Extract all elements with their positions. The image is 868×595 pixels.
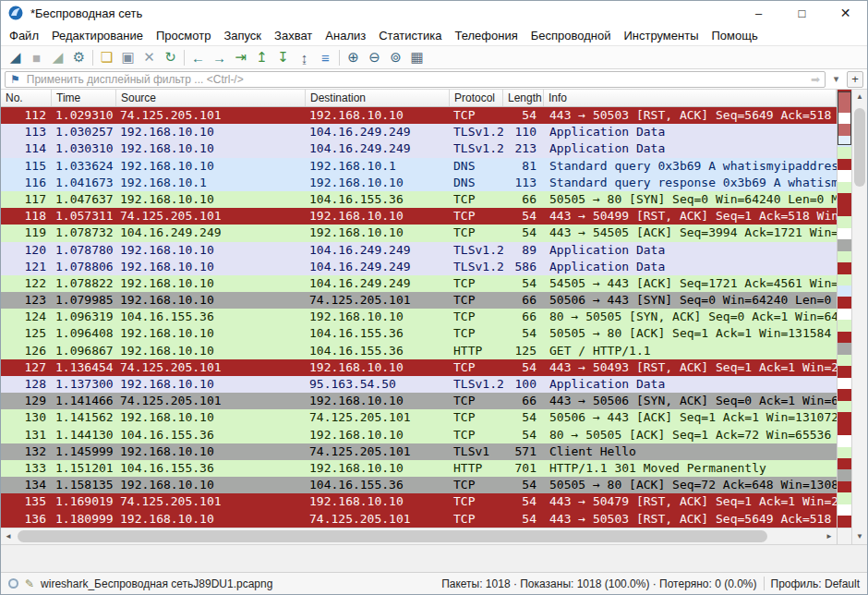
capture-filename: wireshark_Беспроводная сетьJ89DU1.pcapng <box>41 577 272 590</box>
packet-row-126[interactable]: 1261.096867192.168.10.10104.16.155.36HTT… <box>1 343 837 359</box>
menu-инструменты[interactable]: Инструменты <box>617 29 705 42</box>
menu-анализ[interactable]: Анализ <box>319 29 372 42</box>
packet-row-115[interactable]: 1151.033624192.168.10.10192.168.10.1DNS8… <box>1 158 837 175</box>
auto-scroll-icon[interactable]: ↨ <box>294 47 315 67</box>
column-header-destination[interactable]: Destination <box>306 90 450 106</box>
cell-src: 104.16.155.36 <box>116 460 306 477</box>
packet-row-127[interactable]: 1271.13645474.125.205.101192.168.10.10TC… <box>1 359 837 376</box>
cell-time: 1.041673 <box>52 175 116 191</box>
packet-row-120[interactable]: 1201.078780192.168.10.10104.16.249.249TL… <box>1 242 837 259</box>
packet-row-128[interactable]: 1281.137300192.168.10.1095.163.54.50TLSv… <box>1 376 837 393</box>
cell-dst: 104.16.155.36 <box>306 343 450 359</box>
zoom-in-icon[interactable]: ⊕ <box>343 47 364 67</box>
intelligent-scrollbar-minimap[interactable] <box>837 90 851 544</box>
packet-row-129[interactable]: 1291.14146674.125.205.101192.168.10.10TC… <box>1 393 837 409</box>
menu-просмотр[interactable]: Просмотр <box>150 29 217 42</box>
cell-no: 122 <box>1 275 52 292</box>
capture-options-icon[interactable]: ⚙ <box>68 47 90 67</box>
colorize-packets-icon[interactable]: ≡ <box>315 47 336 67</box>
apply-filter-icon[interactable]: ➡ <box>811 73 820 86</box>
profile-indicator[interactable]: Профиль: Default <box>771 577 861 590</box>
packet-row-123[interactable]: 1231.079985192.168.10.1074.125.205.101TC… <box>1 292 837 309</box>
packet-row-117[interactable]: 1171.047637192.168.10.10104.16.155.36TCP… <box>1 191 837 208</box>
scroll-right-icon[interactable]: ► <box>822 532 837 540</box>
minimap-stripe <box>838 469 851 480</box>
filter-bookmark-icon[interactable]: ⚑ <box>10 74 20 85</box>
cell-src: 192.168.10.10 <box>116 259 306 275</box>
capture-file-properties-icon[interactable]: ✎ <box>25 577 34 590</box>
scroll-down-icon[interactable]: ▼ <box>852 529 867 544</box>
minimap-stripe <box>838 389 851 400</box>
packet-row-114[interactable]: 1141.030310192.168.10.10104.16.249.249TL… <box>1 140 837 157</box>
menu-телефония[interactable]: Телефония <box>448 29 524 42</box>
packet-row-136[interactable]: 1361.180999192.168.10.1074.125.205.101TC… <box>1 511 837 528</box>
packet-row-116[interactable]: 1161.041673192.168.10.1192.168.10.10DNS1… <box>1 175 837 191</box>
minimap-stripe <box>838 355 851 366</box>
menu-захват[interactable]: Захват <box>268 29 319 42</box>
filter-history-dropdown-icon[interactable]: ▾ <box>829 73 843 85</box>
horizontal-scrollbar[interactable]: ◄ ► <box>1 528 837 544</box>
zoom-original-icon[interactable]: ⊚ <box>385 47 406 67</box>
column-header-protocol[interactable]: Protocol <box>450 90 503 106</box>
packet-row-122[interactable]: 1221.078822192.168.10.10104.16.249.249TC… <box>1 275 837 292</box>
go-to-packet-icon[interactable]: ⇥ <box>230 47 251 67</box>
column-header-length[interactable]: Length <box>503 90 544 106</box>
go-first-packet-icon[interactable]: ↥ <box>251 47 272 67</box>
close-button[interactable]: ✕ <box>824 1 867 25</box>
resize-columns-icon[interactable]: ▦ <box>406 47 428 67</box>
column-header-no[interactable]: No. <box>1 90 52 106</box>
menu-беспроводной[interactable]: Беспроводной <box>524 29 618 42</box>
horizontal-scroll-thumb[interactable] <box>18 530 767 542</box>
save-file-icon[interactable]: ▣ <box>117 47 139 67</box>
display-filter-input[interactable] <box>25 72 806 87</box>
minimap-viewport-indicator[interactable] <box>838 91 851 145</box>
cell-proto: TCP <box>450 292 503 309</box>
packet-row-124[interactable]: 1241.096319104.16.155.36192.168.10.10TCP… <box>1 309 837 325</box>
reload-file-icon[interactable]: ↻ <box>160 47 181 67</box>
open-file-icon[interactable]: ❏ <box>96 47 117 67</box>
menu-помощь[interactable]: Помощь <box>705 29 765 42</box>
packet-row-112[interactable]: 1121.02931074.125.205.101192.168.10.10TC… <box>1 107 837 124</box>
restart-capture-icon[interactable]: ◢ <box>47 47 68 67</box>
menu-редактирование[interactable]: Редактирование <box>45 29 150 42</box>
packet-row-134[interactable]: 1341.158135192.168.10.10104.16.155.36TCP… <box>1 477 837 493</box>
minimap-stripe <box>838 285 851 297</box>
packet-row-119[interactable]: 1191.078732104.16.249.249192.168.10.10TC… <box>1 225 837 241</box>
go-back-icon[interactable]: ← <box>187 47 209 67</box>
menu-файл[interactable]: Файл <box>3 29 45 42</box>
go-forward-icon[interactable]: → <box>209 47 230 67</box>
scroll-left-icon[interactable]: ◄ <box>1 532 16 540</box>
horizontal-scroll-track[interactable] <box>16 528 822 544</box>
vertical-scroll-thumb[interactable] <box>854 108 865 187</box>
menu-статистика[interactable]: Статистика <box>372 29 448 42</box>
column-header-source[interactable]: Source <box>116 90 306 106</box>
packet-row-131[interactable]: 1311.144130104.16.155.36192.168.10.10TCP… <box>1 427 837 443</box>
add-filter-button[interactable]: + <box>847 71 863 88</box>
packet-row-130[interactable]: 1301.141562192.168.10.1074.125.205.101TC… <box>1 409 837 426</box>
cell-dst: 192.168.10.10 <box>306 107 450 124</box>
column-header-info[interactable]: Info <box>544 90 837 106</box>
packet-row-113[interactable]: 1131.030257192.168.10.10104.16.249.249TL… <box>1 124 837 140</box>
scroll-up-icon[interactable]: ▲ <box>852 90 867 104</box>
zoom-out-icon[interactable]: ⊖ <box>364 47 385 67</box>
packet-row-125[interactable]: 1251.096408192.168.10.10104.16.155.36TCP… <box>1 325 837 342</box>
maximize-button[interactable]: □ <box>780 1 824 25</box>
minimap-stripe <box>838 401 851 412</box>
vertical-scrollbar[interactable]: ▲ ▼ <box>851 90 867 544</box>
start-capture-icon[interactable]: ◢ <box>5 47 26 67</box>
packet-row-132[interactable]: 1321.145999192.168.10.1074.125.205.101TL… <box>1 443 837 460</box>
close-file-icon[interactable]: ✕ <box>139 47 160 67</box>
menu-запуск[interactable]: Запуск <box>217 29 268 42</box>
column-header-time[interactable]: Time <box>52 90 116 106</box>
expert-info-icon[interactable] <box>8 578 18 589</box>
display-filter-field[interactable]: ⚑ ➡ <box>5 71 826 88</box>
minimize-button[interactable]: – <box>737 1 780 25</box>
go-last-packet-icon[interactable]: ↧ <box>272 47 294 67</box>
stop-capture-icon[interactable]: ■ <box>26 47 47 67</box>
cell-no: 116 <box>1 175 52 191</box>
packet-row-135[interactable]: 1351.16901974.125.205.101192.168.10.10TC… <box>1 493 837 510</box>
packet-row-118[interactable]: 1181.05731174.125.205.101192.168.10.10TC… <box>1 208 837 225</box>
packet-row-133[interactable]: 1331.151201104.16.155.36192.168.10.10HTT… <box>1 460 837 477</box>
packet-row-121[interactable]: 1211.078806192.168.10.10104.16.249.249TL… <box>1 259 837 275</box>
cell-dst: 95.163.54.50 <box>306 376 450 393</box>
